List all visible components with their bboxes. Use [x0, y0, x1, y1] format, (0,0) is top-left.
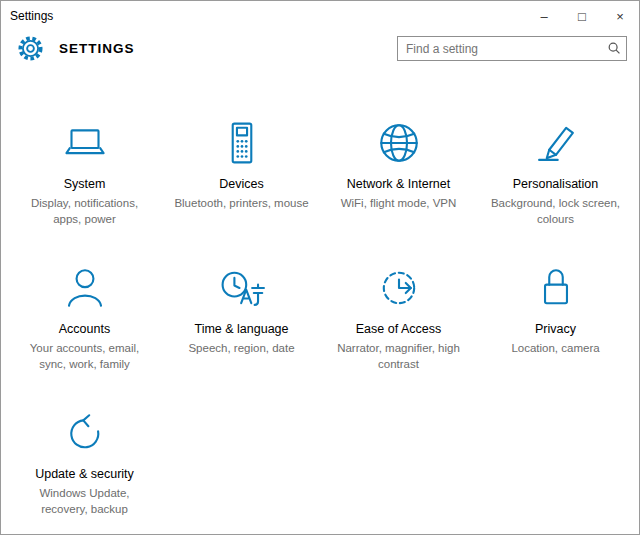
clock-language-icon	[163, 253, 320, 315]
category-title: Time & language	[163, 322, 320, 336]
window-controls: – □ ×	[525, 1, 639, 31]
category-accounts[interactable]: Accounts Your accounts, email, sync, wor…	[6, 253, 163, 372]
category-ease-of-access[interactable]: Ease of Access Narrator, magnifier, high…	[320, 253, 477, 372]
header: SETTINGS	[1, 31, 639, 72]
category-title: Ease of Access	[320, 322, 477, 336]
category-title: Personalisation	[477, 177, 634, 191]
category-title: Devices	[163, 177, 320, 191]
person-icon	[6, 253, 163, 315]
grid-empty-cell	[320, 398, 477, 517]
dashed-clock-arrow-icon	[320, 253, 477, 315]
category-title: Update & security	[6, 467, 163, 481]
pen-icon	[477, 108, 634, 170]
category-system[interactable]: System Display, notifications, apps, pow…	[6, 108, 163, 227]
category-grid: System Display, notifications, apps, pow…	[1, 108, 639, 518]
maximize-button[interactable]: □	[563, 1, 601, 31]
devices-icon	[163, 108, 320, 170]
title-bar[interactable]: Settings – □ ×	[1, 1, 639, 31]
category-devices[interactable]: Devices Bluetooth, printers, mouse	[163, 108, 320, 227]
settings-window: Settings – □ × SETTINGS	[0, 0, 640, 535]
category-subtitle: Background, lock screen, colours	[477, 195, 634, 227]
search-box	[397, 36, 627, 61]
padlock-icon	[477, 253, 634, 315]
window-title: Settings	[1, 9, 53, 23]
category-privacy[interactable]: Privacy Location, camera	[477, 253, 634, 372]
laptop-icon	[6, 108, 163, 170]
category-subtitle: WiFi, flight mode, VPN	[320, 195, 477, 211]
category-subtitle: Your accounts, email, sync, work, family	[6, 340, 163, 372]
category-subtitle: Speech, region, date	[163, 340, 320, 356]
grid-empty-cell	[163, 398, 320, 517]
category-subtitle: Display, notifications, apps, power	[6, 195, 163, 227]
page-title: SETTINGS	[59, 41, 135, 56]
close-button[interactable]: ×	[601, 1, 639, 31]
category-subtitle: Bluetooth, printers, mouse	[163, 195, 320, 211]
category-network[interactable]: Network & Internet WiFi, flight mode, VP…	[320, 108, 477, 227]
category-title: Network & Internet	[320, 177, 477, 191]
category-subtitle: Windows Update, recovery, backup	[6, 485, 163, 517]
category-title: Privacy	[477, 322, 634, 336]
search-input[interactable]	[397, 36, 627, 61]
category-update-security[interactable]: Update & security Windows Update, recove…	[6, 398, 163, 517]
category-time-language[interactable]: Time & language Speech, region, date	[163, 253, 320, 372]
category-title: System	[6, 177, 163, 191]
category-subtitle: Narrator, magnifier, high contrast	[320, 340, 477, 372]
category-title: Accounts	[6, 322, 163, 336]
globe-icon	[320, 108, 477, 170]
minimize-button[interactable]: –	[525, 1, 563, 31]
gear-icon	[17, 35, 44, 62]
category-personalisation[interactable]: Personalisation Background, lock screen,…	[477, 108, 634, 227]
grid-empty-cell	[477, 398, 634, 517]
refresh-arrow-icon	[6, 398, 163, 460]
category-subtitle: Location, camera	[477, 340, 634, 356]
